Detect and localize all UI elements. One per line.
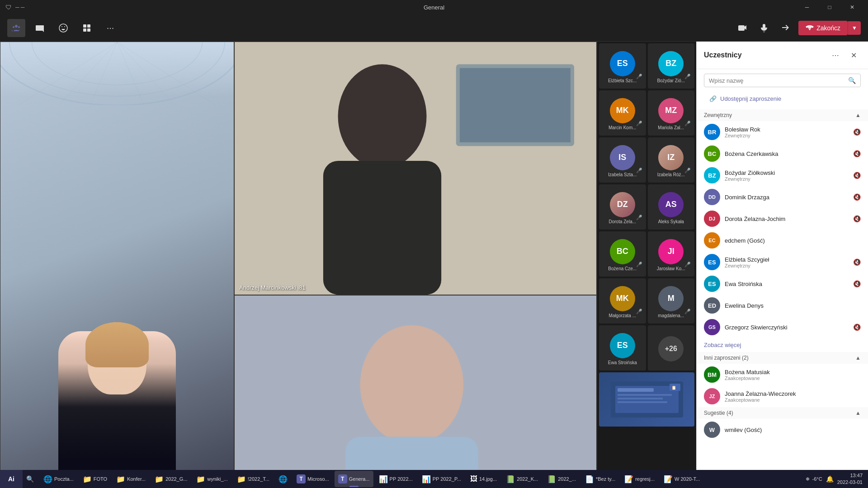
avatar: MZ: [658, 98, 684, 123]
table-row[interactable]: ED Ewelina Denys: [697, 295, 868, 316]
table-row[interactable]: BR Bolesław Rok Zewnętrzny 🔇: [697, 121, 868, 143]
close-button[interactable]: ✕: [842, 0, 863, 14]
taskbar-app-explorer[interactable]: 🌐 Poczta...: [40, 471, 77, 487]
collapse-invited-icon[interactable]: ▲: [855, 355, 861, 361]
svg-rect-19: [323, 161, 441, 295]
table-row[interactable]: GS Grzegorz Skwierczyński 🔇: [697, 316, 868, 338]
section-header-external[interactable]: Zewnętrzny ▲: [697, 109, 868, 121]
participant-grid: ES Elżbieta Szc... 🎤 BZ Bożydar Zió... 🎤…: [597, 42, 696, 428]
taskbar-app-2022g[interactable]: 📁 2022_G...: [151, 471, 191, 487]
list-item[interactable]: MK Małgorzata ... 🎤: [599, 278, 646, 324]
avatar: BC: [610, 239, 635, 264]
table-row[interactable]: ES Ewa Stroińska 🔇: [697, 273, 868, 295]
list-item[interactable]: IZ Izabela Róż... 🎤: [648, 137, 695, 183]
table-row[interactable]: BM Bożena Matusiak Zaakceptowane: [697, 364, 868, 385]
table-row[interactable]: W wmilev (Gość): [697, 419, 868, 441]
taskbar-search-button[interactable]: 🔍: [22, 471, 38, 487]
section-header-suggestions[interactable]: Sugestie (4) ▲: [697, 407, 868, 419]
avatar: ES: [704, 276, 720, 292]
share-invite-button[interactable]: 🔗 Udostępnij zaproszenie: [704, 92, 861, 106]
table-row[interactable]: JZ Joanna Żelazna-Wieczorek Zaakceptowan…: [697, 385, 868, 407]
ai-label[interactable]: Ai: [0, 470, 23, 488]
toolbar-left: ···: [7, 19, 119, 37]
section-header-invited[interactable]: Inni zaproszeni (2) ▲: [697, 352, 868, 364]
taskbar-app-teams1[interactable]: T Microso...: [293, 471, 333, 487]
presentation-content: 📋: [599, 372, 694, 427]
panel-close-button[interactable]: ✕: [846, 48, 861, 62]
list-item[interactable]: ES Elżbieta Szc... 🎤: [599, 43, 646, 89]
list-item[interactable]: ES Ewa Stroińska: [599, 325, 646, 371]
table-row[interactable]: BZ Bożydar Ziółkowski Zewnętrzny 🔇: [697, 164, 868, 186]
minimize-button[interactable]: ─: [797, 0, 817, 14]
notification-button[interactable]: 🔔: [826, 475, 834, 483]
taskbar-app-xls2[interactable]: 📗 2022_...: [543, 471, 580, 487]
see-more-button[interactable]: Zobacz więcej: [697, 338, 748, 352]
clock-time: 13:47: [837, 472, 863, 479]
taskbar-app-xls1[interactable]: 📗 2022_K...: [502, 471, 542, 487]
search-input[interactable]: [709, 77, 844, 84]
list-item[interactable]: MK Marcin Kom... 🎤: [599, 90, 646, 136]
panel-more-button[interactable]: ⋯: [828, 48, 843, 62]
avatar: BZ: [704, 167, 720, 183]
participants-toolbar-button[interactable]: [7, 19, 25, 37]
konfer-icon: 📁: [116, 475, 125, 483]
participant-info: Ewelina Denys: [725, 302, 861, 309]
mic-muted-icon: 🎤: [636, 215, 642, 221]
list-item[interactable]: AS Aleks Sykała: [648, 184, 695, 230]
mic-button[interactable]: [755, 19, 773, 37]
word-icon: 📝: [624, 475, 633, 483]
end-call-dropdown-button[interactable]: ▼: [848, 21, 861, 35]
svg-rect-4: [87, 28, 90, 32]
list-item[interactable]: DZ Dorota Żela... 🎤: [599, 184, 646, 230]
maximize-button[interactable]: □: [819, 0, 840, 14]
taskbar-app-label: 2022_...: [558, 476, 576, 482]
participant-row-name: Grzegorz Skwierczyński: [725, 324, 849, 331]
table-row[interactable]: DJ Dorota Żelazna-Jochim 🔇: [697, 208, 868, 230]
search-bar[interactable]: 🔍: [704, 74, 861, 87]
shield-icon: 🛡: [5, 4, 12, 11]
taskbar-app-word[interactable]: 📝 regresj...: [621, 471, 658, 487]
taskbar-app-jpg[interactable]: 🖼 14.jpg...: [467, 471, 500, 487]
share-button[interactable]: [777, 19, 795, 37]
mic-muted-icon: 🎤: [636, 74, 642, 80]
view-toolbar-button[interactable]: [78, 19, 96, 37]
collapse-suggestions-icon[interactable]: ▲: [855, 410, 861, 416]
taskbar-app-label: PP 2022...: [390, 476, 413, 482]
mic-muted-icon: 🎤: [684, 168, 691, 174]
collapse-external-icon[interactable]: ▲: [855, 112, 861, 118]
list-item[interactable]: IS Izabela Szta... 🎤: [599, 137, 646, 183]
taskbar-app-bez[interactable]: 📄 *Bez ty...: [581, 471, 619, 487]
taskbar-app-2022t[interactable]: 📁 !2022_T...: [233, 471, 273, 487]
taskbar-app-konfer[interactable]: 📁 Konfer...: [113, 471, 149, 487]
avatar: M: [658, 286, 684, 311]
2022g-icon: 📁: [155, 475, 164, 483]
table-row[interactable]: DD Dominik Drzazga 🔇: [697, 186, 868, 208]
table-row[interactable]: EC edchem (Gość): [697, 230, 868, 251]
window-title: General: [424, 4, 444, 11]
svg-point-22: [360, 325, 464, 444]
list-item[interactable]: BZ Bożydar Zió... 🎤: [648, 43, 695, 89]
mic-muted-icon: 🎤: [684, 74, 691, 80]
list-item[interactable]: BC Bożena Cze... 🎤: [599, 231, 646, 277]
list-item[interactable]: M magdalena... 🎤: [648, 278, 695, 324]
list-item[interactable]: +26: [648, 325, 695, 371]
end-call-button[interactable]: Zakończ: [798, 21, 848, 35]
taskbar-app-wyniki[interactable]: 📁 wyniki_...: [193, 471, 231, 487]
list-item[interactable]: MZ Mariola Zal... 🎤: [648, 90, 695, 136]
title-bar-controls: ─ □ ✕: [797, 0, 863, 14]
taskbar-app-ppt1[interactable]: 📊 PP 2022...: [375, 471, 416, 487]
taskbar-app-2020t[interactable]: 📝 W 2020-T...: [660, 471, 703, 487]
taskbar-app-edge[interactable]: 🌐: [275, 471, 291, 487]
table-row[interactable]: BC Bożena Czerkawska 🔇: [697, 143, 868, 164]
taskbar-app-teams2[interactable]: T Genera...: [335, 471, 373, 487]
presentation-thumbnail[interactable]: 📋: [599, 372, 694, 427]
list-item[interactable]: JI Jarosław Ko... 🎤: [648, 231, 695, 277]
chat-toolbar-button[interactable]: [31, 19, 49, 37]
more-toolbar-button[interactable]: ···: [101, 19, 119, 37]
taskbar-app-foto[interactable]: 📁 FOTO: [79, 471, 111, 487]
reactions-toolbar-button[interactable]: [54, 19, 72, 37]
table-row[interactable]: ES Elżbieta Szcygieł Zewnętrzny 🔇: [697, 251, 868, 273]
camera-button[interactable]: [733, 19, 751, 37]
taskbar-app-ppt2[interactable]: 📊 PP 2022_P...: [418, 471, 465, 487]
svg-rect-17: [460, 68, 571, 142]
